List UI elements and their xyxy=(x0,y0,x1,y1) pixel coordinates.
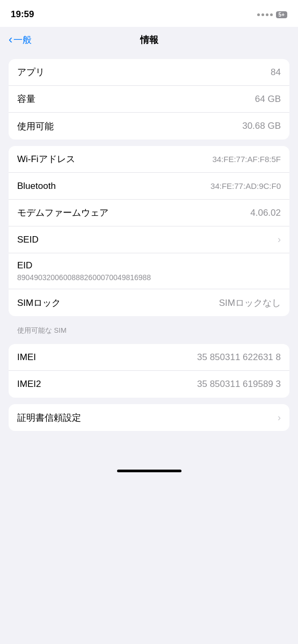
signal-dots-icon xyxy=(257,13,273,16)
imei-value: 35 850311 622631 8 xyxy=(197,352,281,363)
table-row: Wi-Fiアドレス 34:FE:77:AF:F8:5F xyxy=(9,146,289,173)
eid-value: 89049032006008882600070049816988 xyxy=(17,273,151,282)
available-label: 使用可能 xyxy=(17,120,54,133)
imei2-label: IMEI2 xyxy=(17,379,41,390)
imei-row: IMEI 35 850311 622631 8 xyxy=(9,344,289,371)
table-row: Bluetooth 34:FE:77:AD:9C:F0 xyxy=(9,173,289,200)
apps-label: アプリ xyxy=(17,66,45,78)
wifi-label: Wi-Fiアドレス xyxy=(17,153,75,165)
home-indicator xyxy=(0,459,298,479)
seid-row[interactable]: SEID › xyxy=(9,226,289,253)
nav-bar: ‹ 一般 情報 xyxy=(0,27,298,53)
table-row: 容量 64 GB xyxy=(9,86,289,113)
back-button[interactable]: ‹ 一般 xyxy=(9,34,32,46)
table-row: アプリ 84 xyxy=(9,59,289,86)
chevron-right-icon: › xyxy=(278,234,281,245)
imei2-value: 35 850311 619589 3 xyxy=(197,379,281,390)
device-info-section: アプリ 84 容量 64 GB 使用可能 30.68 GB xyxy=(9,59,289,140)
status-bar: 19:59 5+ xyxy=(0,0,298,27)
bluetooth-value: 34:FE:77:AD:9C:F0 xyxy=(210,181,281,191)
sim-info-section: IMEI 35 850311 622631 8 IMEI2 35 850311 … xyxy=(9,344,289,398)
capacity-label: 容量 xyxy=(17,93,35,105)
sim-lock-row: SIMロック SIMロックなし xyxy=(9,289,289,316)
wifi-value: 34:FE:77:AF:F8:5F xyxy=(212,155,281,164)
status-icons: 5+ xyxy=(257,11,287,18)
available-value: 30.68 GB xyxy=(242,121,281,131)
eid-row: EID 89049032006008882600070049816988 xyxy=(9,253,289,289)
imei-label: IMEI xyxy=(17,352,36,363)
sim-lock-value: SIMロックなし xyxy=(219,297,281,309)
back-label: 一般 xyxy=(13,34,32,46)
cert-section: 証明書信頼設定 › xyxy=(9,404,289,431)
chevron-right-icon: › xyxy=(278,412,281,423)
home-bar xyxy=(117,470,181,472)
network-info-section: Wi-Fiアドレス 34:FE:77:AF:F8:5F Bluetooth 34… xyxy=(9,146,289,316)
sim-lock-label: SIMロック xyxy=(17,297,61,309)
modem-label: モデムファームウェア xyxy=(17,207,108,219)
table-row: モデムファームウェア 4.06.02 xyxy=(9,200,289,226)
content: アプリ 84 容量 64 GB 使用可能 30.68 GB Wi-Fiアドレス … xyxy=(0,59,298,459)
battery-badge: 5+ xyxy=(276,11,287,18)
bluetooth-label: Bluetooth xyxy=(17,181,56,192)
cert-label: 証明書信頼設定 xyxy=(17,412,81,424)
table-row: 使用可能 30.68 GB xyxy=(9,113,289,140)
cert-row[interactable]: 証明書信頼設定 › xyxy=(9,404,289,431)
status-time: 19:59 xyxy=(11,9,34,20)
sim-section-header: 使用可能な SIM xyxy=(0,323,298,338)
modem-value: 4.06.02 xyxy=(250,208,281,218)
eid-label: EID xyxy=(17,260,32,271)
page-title: 情報 xyxy=(140,34,158,46)
seid-label: SEID xyxy=(17,235,39,245)
capacity-value: 64 GB xyxy=(255,94,281,105)
back-chevron-icon: ‹ xyxy=(9,34,12,46)
imei2-row: IMEI2 35 850311 619589 3 xyxy=(9,371,289,398)
apps-value: 84 xyxy=(271,67,281,78)
